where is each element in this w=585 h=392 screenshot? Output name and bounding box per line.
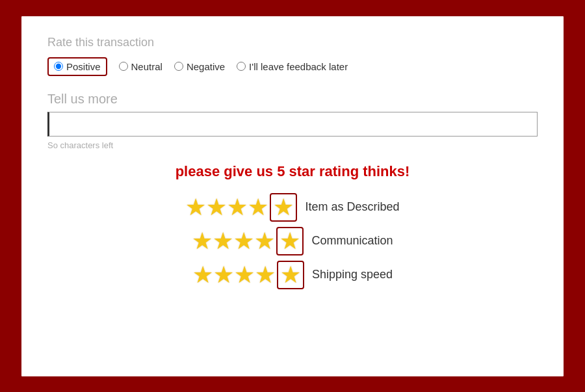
star-1-5[interactable]: ★ xyxy=(273,196,294,219)
star-row-item-described: ★ ★ ★ ★ ★ Item as Described xyxy=(185,193,399,222)
tell-more-input[interactable] xyxy=(47,112,538,137)
main-card: Rate this transaction Positive Neutral N… xyxy=(20,14,566,378)
star-1-1[interactable]: ★ xyxy=(185,196,206,219)
star-row-shipping: ★ ★ ★ ★ ★ Shipping speed xyxy=(192,261,393,289)
chars-left: So characters left xyxy=(47,140,538,150)
star-2-1[interactable]: ★ xyxy=(192,229,213,253)
star-1-3[interactable]: ★ xyxy=(227,196,248,219)
star-2-2[interactable]: ★ xyxy=(213,229,233,253)
radio-neutral[interactable]: Neutral xyxy=(119,61,162,72)
star-1-2[interactable]: ★ xyxy=(206,196,227,219)
star-3-4[interactable]: ★ xyxy=(255,263,276,287)
radio-later[interactable]: I'll leave feedback later xyxy=(237,61,348,72)
star-2-4[interactable]: ★ xyxy=(254,229,275,253)
label-communication: Communication xyxy=(311,234,393,248)
label-shipping: Shipping speed xyxy=(312,268,393,281)
star-3-1[interactable]: ★ xyxy=(192,263,213,287)
radio-positive[interactable]: Positive xyxy=(47,57,107,76)
stars-shipping: ★ ★ ★ ★ ★ xyxy=(192,261,304,289)
section-title: Rate this transaction xyxy=(47,36,538,49)
radio-negative[interactable]: Negative xyxy=(174,61,225,72)
star-rating-section: ★ ★ ★ ★ ★ Item as Described ★ ★ ★ ★ ★ C xyxy=(47,193,538,289)
star-3-3[interactable]: ★ xyxy=(234,263,255,287)
star-2-5-highlight: ★ xyxy=(276,227,304,255)
star-2-3[interactable]: ★ xyxy=(233,229,254,253)
star-3-5[interactable]: ★ xyxy=(280,263,301,287)
label-item-described: Item as Described xyxy=(305,200,399,214)
star-3-5-highlight: ★ xyxy=(277,261,304,289)
promo-text: please give us 5 star rating thinks! xyxy=(47,163,538,180)
star-1-4[interactable]: ★ xyxy=(248,196,268,219)
star-2-5[interactable]: ★ xyxy=(280,229,300,253)
star-row-communication: ★ ★ ★ ★ ★ Communication xyxy=(192,227,393,255)
tell-more-label: Tell us more xyxy=(47,92,538,107)
radio-group: Positive Neutral Negative I'll leave fee… xyxy=(47,57,538,76)
stars-communication: ★ ★ ★ ★ ★ xyxy=(192,227,304,255)
star-1-5-highlight: ★ xyxy=(270,193,297,222)
star-3-2[interactable]: ★ xyxy=(213,263,234,287)
stars-item-described: ★ ★ ★ ★ ★ xyxy=(185,193,297,222)
